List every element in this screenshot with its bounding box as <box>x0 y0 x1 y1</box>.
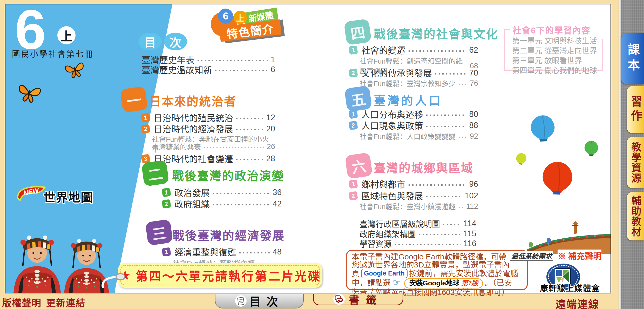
sky-lantern-yellow <box>515 153 528 165</box>
supplement-statement-link[interactable]: ※ 補充聲明 <box>558 250 601 261</box>
chapter-number-badge: 2 <box>349 191 358 200</box>
svg-text:NEW: NEW <box>23 186 40 197</box>
unit4-number: 四 <box>349 21 367 43</box>
dotted-leader <box>435 73 466 75</box>
toc-row[interactable]: 臺灣歷史溫故知新 6 <box>141 63 275 76</box>
toc-fun-row[interactable]: 社會Fun輕鬆：臺灣宗教知多少 76 <box>360 78 478 88</box>
unit2-title[interactable]: 戰後臺灣的政治演變 <box>172 167 284 184</box>
grade-label: 6 <box>223 11 228 22</box>
dotted-leader <box>213 204 270 205</box>
toc-label: 鄉村與都市 <box>361 178 405 190</box>
tab-supplementary-materials[interactable]: 輔助教材 <box>627 192 644 240</box>
toc-row[interactable]: 1 經濟重整與復甦 48 <box>162 245 282 258</box>
toc-label: 經濟重整與復甦 <box>174 245 236 258</box>
dotted-leader <box>395 244 460 245</box>
toc-row[interactable]: 2 日治時代的經濟發展 20 <box>141 122 275 135</box>
toc-row[interactable]: 2 區域特色與發展 102 <box>349 189 478 202</box>
media-box-logo[interactable]: 康軒線上媒體盒 <box>532 261 608 292</box>
toc-label: 社會的變遷 <box>361 44 405 56</box>
dotted-leader <box>443 224 460 225</box>
bookmark-bubble-icon <box>333 293 345 305</box>
new-badge-icon: NEW <box>16 183 46 205</box>
toc-notepad-icon <box>235 295 247 307</box>
toc-label: 臺灣歷史溫故知新 <box>141 63 212 76</box>
unit4-title[interactable]: 戰後臺灣的社會與文化 <box>374 25 498 42</box>
unit4-badge: 四 <box>344 19 372 45</box>
dotted-leader <box>215 70 268 71</box>
bookmark-button[interactable]: 書籤 <box>313 294 403 305</box>
toc-button[interactable]: 目次 <box>215 294 304 308</box>
dotted-leader <box>426 126 466 127</box>
chapter-number-badge: 1 <box>162 247 171 257</box>
ebook-viewer: { "colors":{ "frame_cream":"#F7DFA6","pa… <box>0 0 644 309</box>
dotted-leader <box>459 137 467 138</box>
page-number: 26 <box>267 142 275 151</box>
tab-teaching-resources[interactable]: 教學資源 <box>627 137 644 188</box>
toc-button-label: 目次 <box>249 293 284 309</box>
chapter-number-badge: 1 <box>349 179 358 189</box>
semester-circle: 上 <box>234 11 247 24</box>
remote-connection-link[interactable]: 遠端連線 <box>555 296 599 309</box>
minimum-requirements-link[interactable]: 最低系統需求 <box>510 251 553 261</box>
page-number: 28 <box>266 154 275 163</box>
page-number: 48 <box>273 247 282 257</box>
dotted-leader <box>459 84 467 85</box>
toc-fun-row[interactable]: 社會Fun輕鬆：臺灣小鎮漫遊趣 112 <box>360 201 478 211</box>
unit3-title[interactable]: 戰後臺灣的經濟發展 <box>173 226 285 243</box>
toc-row[interactable]: 1 日治時代的殖民統治 12 <box>141 111 275 124</box>
update-link[interactable]: 更新連結 <box>46 295 86 309</box>
page-number: 96 <box>469 179 478 189</box>
dotted-leader <box>239 252 270 253</box>
next-volume-item: 第二單元 從臺灣走向世界 <box>512 46 597 56</box>
window-groove <box>619 0 621 309</box>
page-number: 62 <box>469 45 478 55</box>
butterfly-icon <box>64 59 85 79</box>
page-number: 20 <box>266 124 275 133</box>
page-number: 76 <box>470 79 478 88</box>
toc-row[interactable]: 1 鄉村與都市 96 <box>349 178 478 190</box>
page-number: 112 <box>466 202 478 211</box>
page-number: 114 <box>464 219 476 228</box>
book-page: 6 上 國民小學社會第七冊 NEW 世界地圖 <box>5 4 611 293</box>
unit1-number: 一 <box>125 88 143 111</box>
unit1-title[interactable]: 日本來的統治者 <box>149 92 236 109</box>
google-earth-button[interactable]: Google Earth <box>361 269 408 278</box>
chapter-number-badge: 1 <box>141 113 150 122</box>
toc-fun-row[interactable]: 臺灣糖業的興衰 26 <box>152 142 275 152</box>
ge-text: 按鍵前，需先安裝此軟體於電腦 <box>409 269 518 278</box>
toc-row[interactable]: 1 政治發展 36 <box>162 186 282 199</box>
feature-intro-button[interactable]: 新媒體 特色簡介 6 上 <box>211 8 283 42</box>
next-volume-item: 第一單元 文明與科技生活 <box>512 36 597 46</box>
ge-line1: 本電子書內建Google Earth軟體路徑檔，可帶 <box>352 253 523 261</box>
logo-label: 康軒線上媒體盒 <box>532 282 608 293</box>
semester-label: 上 <box>236 11 245 23</box>
unit6-title[interactable]: 臺灣的城鄉與區域 <box>374 159 473 176</box>
toc-row[interactable]: 2 文化的傳承與發展 70 <box>349 66 478 79</box>
copyright-link[interactable]: 版權聲明 <box>2 295 42 309</box>
sky-lantern-green <box>583 140 600 156</box>
page-number: 42 <box>273 199 282 209</box>
chapter-number-badge: 1 <box>349 110 358 119</box>
world-map-label[interactable]: 世界地圖 <box>43 188 93 205</box>
page-number: 36 <box>273 188 282 197</box>
dotted-leader <box>204 147 264 148</box>
page-number: 88 <box>469 121 478 130</box>
bookmark-button-label: 書籤 <box>349 292 383 307</box>
toc-label: 區域特色與發展 <box>361 189 423 202</box>
toc-row[interactable]: 1 社會的變遷 62 <box>349 44 478 56</box>
tab-textbook[interactable]: 課本 <box>621 33 644 84</box>
chapter-number-badge: 2 <box>349 68 358 78</box>
unit6-badge: 六 <box>345 152 373 179</box>
toc-label: 日治時代的殖民統治 <box>154 111 233 124</box>
toc-row[interactable]: 2 政府組織 42 <box>162 197 282 210</box>
unit5-title[interactable]: 臺灣的人口 <box>374 91 443 108</box>
toc-fun-row[interactable]: 社會Fun輕鬆：人口政策變變變 92 <box>360 131 478 141</box>
ge-text: 中，請點選 <box>352 278 391 287</box>
toc-row[interactable]: 1 人口分布與遷移 80 <box>349 108 478 120</box>
install-google-earth-button[interactable]: 安裝Google地球 第7版 <box>404 278 483 289</box>
tab-workbook[interactable]: 習作 <box>627 86 644 133</box>
butterfly-icon <box>16 80 42 104</box>
ge-text: 頁 <box>352 269 360 278</box>
toc-row[interactable]: 2 人口現象與政策 88 <box>349 119 478 132</box>
chapter-number-badge: 2 <box>162 199 171 209</box>
